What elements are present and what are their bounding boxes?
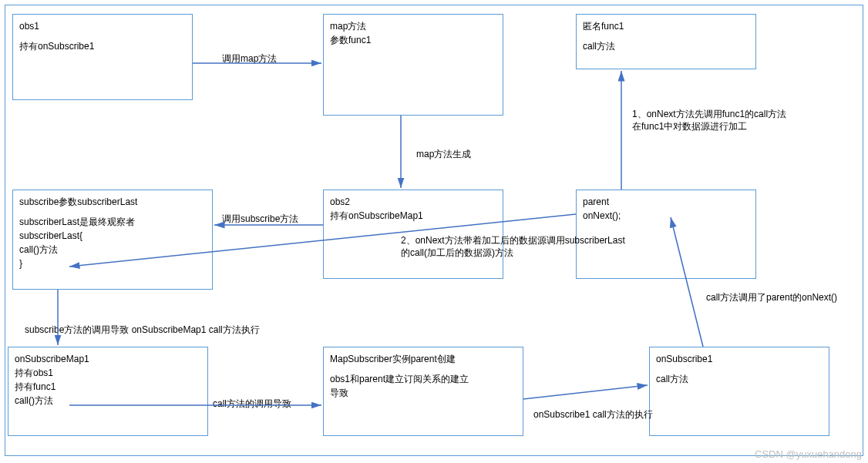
box-func1: 匿名func1 call方法	[576, 14, 756, 69]
box-line: obs1和parent建立订阅关系的建立	[330, 372, 516, 386]
box-line: call方法	[583, 39, 749, 53]
box-title: obs1	[19, 19, 186, 33]
label-note1b: 在func1中对数据源进行加工	[632, 120, 747, 133]
box-subscriber-last: subscribe参数subscriberLast subscriberLast…	[12, 190, 213, 290]
label-call-parent: call方法调用了parent的onNext()	[706, 291, 837, 304]
box-line: 持有onSubscribe1	[19, 39, 186, 53]
box-line: 持有obs1	[15, 366, 201, 380]
box-line: }	[19, 257, 206, 270]
box-map: map方法 参数func1	[323, 14, 503, 116]
label-call-subscribe: 调用subscribe方法	[222, 213, 298, 225]
box-title: subscribe参数subscriberLast	[19, 195, 206, 209]
box-line: subscriberLast是最终观察者	[19, 215, 206, 229]
box-line: call方法	[656, 372, 823, 386]
box-obs1: obs1 持有onSubscribe1	[12, 14, 193, 100]
box-title: onSubscribeMap1	[15, 352, 201, 366]
box-line: 持有func1	[15, 380, 201, 394]
box-mapsubscriber: MapSubscriber实例parent创建 obs1和parent建立订阅关…	[323, 347, 523, 436]
box-line: 参数func1	[330, 33, 496, 47]
box-title: map方法	[330, 19, 496, 33]
box-title: obs2	[330, 195, 496, 209]
box-title: MapSubscriber实例parent创建	[330, 352, 516, 366]
box-line: call()方法	[15, 394, 201, 408]
box-line: call()方法	[19, 243, 206, 257]
label-call-cause: call方法的调用导致	[213, 398, 291, 410]
label-note1a: 1、onNext方法先调用func1的call方法	[632, 108, 786, 120]
box-title: parent	[583, 195, 749, 209]
watermark: CSDN @yuxuehandong	[755, 448, 862, 460]
box-line: 导致	[330, 386, 516, 400]
label-map-gen: map方法生成	[416, 148, 471, 160]
label-subscribe-cause: subscribe方法的调用导致 onSubscribeMap1 call方法执…	[25, 324, 260, 336]
diagram-canvas: obs1 持有onSubscribe1 map方法 参数func1 匿名func…	[0, 0, 868, 463]
box-line: onNext();	[583, 209, 749, 223]
label-onsub1-exec: onSubscribe1 call方法的执行	[533, 408, 653, 421]
box-onsubscribemap1: onSubscribeMap1 持有obs1 持有func1 call()方法	[8, 347, 208, 436]
label-note2b: 的call(加工后的数据源)方法	[401, 247, 513, 259]
box-title: 匿名func1	[583, 19, 749, 33]
box-title: onSubscribe1	[656, 352, 823, 366]
label-call-map: 调用map方法	[222, 52, 277, 65]
label-note2a: 2、onNext方法带着加工后的数据源调用subscriberLast	[401, 234, 625, 247]
box-onsubscribe1: onSubscribe1 call方法	[649, 347, 829, 436]
box-line: 持有onSubscribeMap1	[330, 209, 496, 223]
box-line: subscriberLast{	[19, 229, 206, 243]
